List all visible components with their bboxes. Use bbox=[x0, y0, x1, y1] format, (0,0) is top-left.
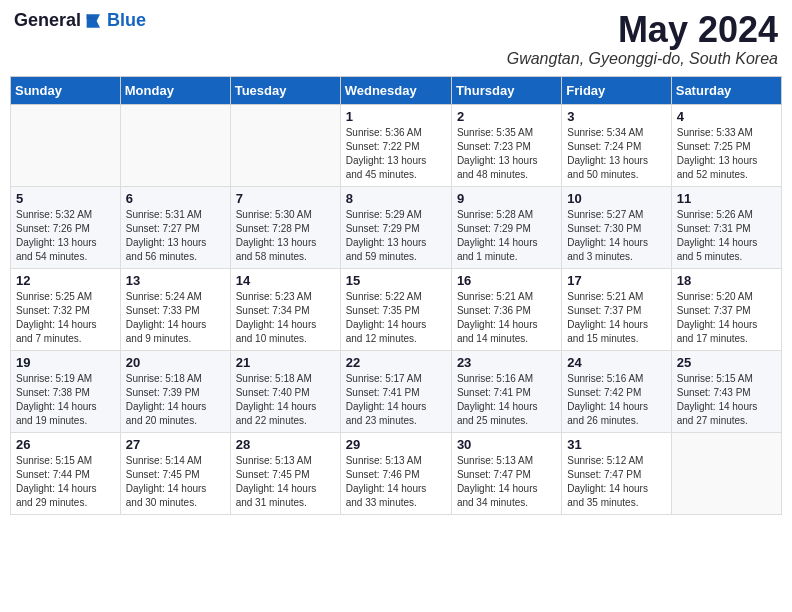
calendar-cell: 15Sunrise: 5:22 AMSunset: 7:35 PMDayligh… bbox=[340, 268, 451, 350]
calendar-week-row: 19Sunrise: 5:19 AMSunset: 7:38 PMDayligh… bbox=[11, 350, 782, 432]
cell-content: Sunrise: 5:31 AMSunset: 7:27 PMDaylight:… bbox=[126, 208, 225, 264]
calendar-cell bbox=[671, 432, 781, 514]
day-number: 8 bbox=[346, 191, 446, 206]
cell-content: Sunrise: 5:13 AMSunset: 7:47 PMDaylight:… bbox=[457, 454, 556, 510]
calendar-cell: 9Sunrise: 5:28 AMSunset: 7:29 PMDaylight… bbox=[451, 186, 561, 268]
page-header: General Blue May 2024 Gwangtan, Gyeonggi… bbox=[10, 10, 782, 68]
cell-content: Sunrise: 5:13 AMSunset: 7:46 PMDaylight:… bbox=[346, 454, 446, 510]
cell-content: Sunrise: 5:28 AMSunset: 7:29 PMDaylight:… bbox=[457, 208, 556, 264]
calendar-week-row: 26Sunrise: 5:15 AMSunset: 7:44 PMDayligh… bbox=[11, 432, 782, 514]
calendar-cell bbox=[230, 104, 340, 186]
cell-content: Sunrise: 5:33 AMSunset: 7:25 PMDaylight:… bbox=[677, 126, 776, 182]
day-number: 23 bbox=[457, 355, 556, 370]
day-number: 1 bbox=[346, 109, 446, 124]
calendar-cell: 29Sunrise: 5:13 AMSunset: 7:46 PMDayligh… bbox=[340, 432, 451, 514]
day-number: 5 bbox=[16, 191, 115, 206]
weekday-header-thursday: Thursday bbox=[451, 76, 561, 104]
day-number: 20 bbox=[126, 355, 225, 370]
day-number: 4 bbox=[677, 109, 776, 124]
calendar-cell bbox=[11, 104, 121, 186]
calendar-cell: 18Sunrise: 5:20 AMSunset: 7:37 PMDayligh… bbox=[671, 268, 781, 350]
logo: General Blue bbox=[14, 10, 146, 31]
month-title: May 2024 bbox=[507, 10, 778, 50]
calendar-cell bbox=[120, 104, 230, 186]
day-number: 9 bbox=[457, 191, 556, 206]
weekday-header-tuesday: Tuesday bbox=[230, 76, 340, 104]
day-number: 25 bbox=[677, 355, 776, 370]
calendar-cell: 17Sunrise: 5:21 AMSunset: 7:37 PMDayligh… bbox=[562, 268, 671, 350]
day-number: 24 bbox=[567, 355, 665, 370]
cell-content: Sunrise: 5:23 AMSunset: 7:34 PMDaylight:… bbox=[236, 290, 335, 346]
calendar-cell: 25Sunrise: 5:15 AMSunset: 7:43 PMDayligh… bbox=[671, 350, 781, 432]
day-number: 18 bbox=[677, 273, 776, 288]
calendar-week-row: 12Sunrise: 5:25 AMSunset: 7:32 PMDayligh… bbox=[11, 268, 782, 350]
cell-content: Sunrise: 5:17 AMSunset: 7:41 PMDaylight:… bbox=[346, 372, 446, 428]
calendar-cell: 28Sunrise: 5:13 AMSunset: 7:45 PMDayligh… bbox=[230, 432, 340, 514]
cell-content: Sunrise: 5:24 AMSunset: 7:33 PMDaylight:… bbox=[126, 290, 225, 346]
cell-content: Sunrise: 5:18 AMSunset: 7:39 PMDaylight:… bbox=[126, 372, 225, 428]
day-number: 12 bbox=[16, 273, 115, 288]
calendar-week-row: 1Sunrise: 5:36 AMSunset: 7:22 PMDaylight… bbox=[11, 104, 782, 186]
calendar-cell: 10Sunrise: 5:27 AMSunset: 7:30 PMDayligh… bbox=[562, 186, 671, 268]
calendar-cell: 30Sunrise: 5:13 AMSunset: 7:47 PMDayligh… bbox=[451, 432, 561, 514]
day-number: 3 bbox=[567, 109, 665, 124]
calendar-cell: 13Sunrise: 5:24 AMSunset: 7:33 PMDayligh… bbox=[120, 268, 230, 350]
cell-content: Sunrise: 5:30 AMSunset: 7:28 PMDaylight:… bbox=[236, 208, 335, 264]
day-number: 28 bbox=[236, 437, 335, 452]
calendar-cell: 1Sunrise: 5:36 AMSunset: 7:22 PMDaylight… bbox=[340, 104, 451, 186]
calendar-cell: 6Sunrise: 5:31 AMSunset: 7:27 PMDaylight… bbox=[120, 186, 230, 268]
day-number: 22 bbox=[346, 355, 446, 370]
cell-content: Sunrise: 5:16 AMSunset: 7:42 PMDaylight:… bbox=[567, 372, 665, 428]
calendar-cell: 24Sunrise: 5:16 AMSunset: 7:42 PMDayligh… bbox=[562, 350, 671, 432]
location-subtitle: Gwangtan, Gyeonggi-do, South Korea bbox=[507, 50, 778, 68]
weekday-header-friday: Friday bbox=[562, 76, 671, 104]
cell-content: Sunrise: 5:29 AMSunset: 7:29 PMDaylight:… bbox=[346, 208, 446, 264]
day-number: 15 bbox=[346, 273, 446, 288]
day-number: 13 bbox=[126, 273, 225, 288]
calendar-table: SundayMondayTuesdayWednesdayThursdayFrid… bbox=[10, 76, 782, 515]
cell-content: Sunrise: 5:15 AMSunset: 7:44 PMDaylight:… bbox=[16, 454, 115, 510]
weekday-header-saturday: Saturday bbox=[671, 76, 781, 104]
weekday-header-monday: Monday bbox=[120, 76, 230, 104]
day-number: 16 bbox=[457, 273, 556, 288]
cell-content: Sunrise: 5:27 AMSunset: 7:30 PMDaylight:… bbox=[567, 208, 665, 264]
day-number: 29 bbox=[346, 437, 446, 452]
calendar-cell: 4Sunrise: 5:33 AMSunset: 7:25 PMDaylight… bbox=[671, 104, 781, 186]
day-number: 26 bbox=[16, 437, 115, 452]
cell-content: Sunrise: 5:25 AMSunset: 7:32 PMDaylight:… bbox=[16, 290, 115, 346]
cell-content: Sunrise: 5:21 AMSunset: 7:37 PMDaylight:… bbox=[567, 290, 665, 346]
calendar-cell: 27Sunrise: 5:14 AMSunset: 7:45 PMDayligh… bbox=[120, 432, 230, 514]
cell-content: Sunrise: 5:18 AMSunset: 7:40 PMDaylight:… bbox=[236, 372, 335, 428]
cell-content: Sunrise: 5:35 AMSunset: 7:23 PMDaylight:… bbox=[457, 126, 556, 182]
calendar-cell: 20Sunrise: 5:18 AMSunset: 7:39 PMDayligh… bbox=[120, 350, 230, 432]
day-number: 10 bbox=[567, 191, 665, 206]
day-number: 19 bbox=[16, 355, 115, 370]
calendar-cell: 3Sunrise: 5:34 AMSunset: 7:24 PMDaylight… bbox=[562, 104, 671, 186]
cell-content: Sunrise: 5:14 AMSunset: 7:45 PMDaylight:… bbox=[126, 454, 225, 510]
logo-flag-icon bbox=[85, 11, 105, 31]
cell-content: Sunrise: 5:20 AMSunset: 7:37 PMDaylight:… bbox=[677, 290, 776, 346]
day-number: 11 bbox=[677, 191, 776, 206]
calendar-cell: 12Sunrise: 5:25 AMSunset: 7:32 PMDayligh… bbox=[11, 268, 121, 350]
calendar-cell: 19Sunrise: 5:19 AMSunset: 7:38 PMDayligh… bbox=[11, 350, 121, 432]
calendar-cell: 31Sunrise: 5:12 AMSunset: 7:47 PMDayligh… bbox=[562, 432, 671, 514]
calendar-cell: 26Sunrise: 5:15 AMSunset: 7:44 PMDayligh… bbox=[11, 432, 121, 514]
day-number: 2 bbox=[457, 109, 556, 124]
calendar-cell: 8Sunrise: 5:29 AMSunset: 7:29 PMDaylight… bbox=[340, 186, 451, 268]
calendar-cell: 21Sunrise: 5:18 AMSunset: 7:40 PMDayligh… bbox=[230, 350, 340, 432]
calendar-cell: 16Sunrise: 5:21 AMSunset: 7:36 PMDayligh… bbox=[451, 268, 561, 350]
cell-content: Sunrise: 5:12 AMSunset: 7:47 PMDaylight:… bbox=[567, 454, 665, 510]
day-number: 17 bbox=[567, 273, 665, 288]
calendar-cell: 22Sunrise: 5:17 AMSunset: 7:41 PMDayligh… bbox=[340, 350, 451, 432]
calendar-cell: 11Sunrise: 5:26 AMSunset: 7:31 PMDayligh… bbox=[671, 186, 781, 268]
cell-content: Sunrise: 5:19 AMSunset: 7:38 PMDaylight:… bbox=[16, 372, 115, 428]
title-block: May 2024 Gwangtan, Gyeonggi-do, South Ko… bbox=[507, 10, 778, 68]
cell-content: Sunrise: 5:36 AMSunset: 7:22 PMDaylight:… bbox=[346, 126, 446, 182]
cell-content: Sunrise: 5:22 AMSunset: 7:35 PMDaylight:… bbox=[346, 290, 446, 346]
cell-content: Sunrise: 5:26 AMSunset: 7:31 PMDaylight:… bbox=[677, 208, 776, 264]
calendar-cell: 2Sunrise: 5:35 AMSunset: 7:23 PMDaylight… bbox=[451, 104, 561, 186]
logo-general-text: General bbox=[14, 10, 81, 31]
cell-content: Sunrise: 5:16 AMSunset: 7:41 PMDaylight:… bbox=[457, 372, 556, 428]
day-number: 30 bbox=[457, 437, 556, 452]
day-number: 31 bbox=[567, 437, 665, 452]
